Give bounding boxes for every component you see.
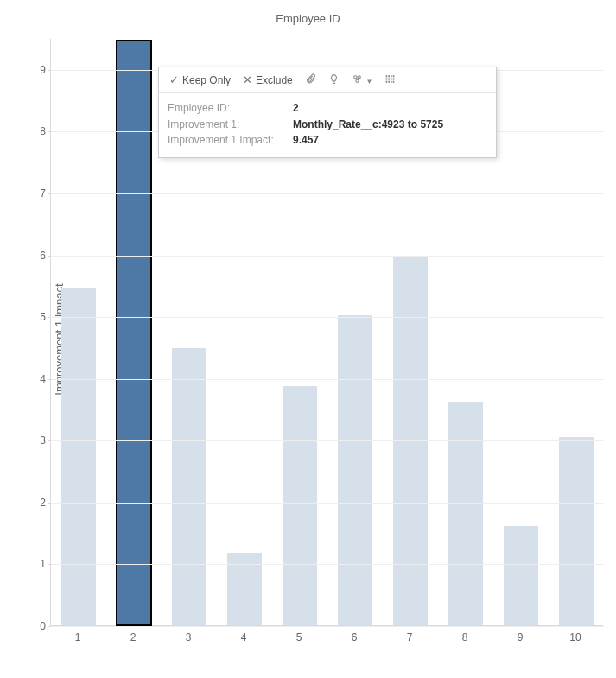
lightbulb-icon[interactable] (325, 73, 343, 86)
y-tick-label: 9 (30, 64, 46, 76)
x-tick-label: 10 (567, 631, 584, 643)
tooltip-row: Employee ID: 2 (168, 100, 487, 117)
y-tick-label: 1 (30, 558, 46, 570)
gridline (51, 503, 604, 504)
x-tick-label: 5 (290, 631, 308, 643)
y-tick-label: 3 (30, 434, 46, 447)
y-tick-label: 2 (30, 497, 46, 509)
close-icon: ✕ (243, 74, 252, 86)
exclude-button[interactable]: ✕ Exclude (239, 73, 296, 88)
svg-rect-3 (386, 75, 388, 77)
gridline (51, 440, 604, 441)
tooltip-row: Improvement 1 Impact: 9.457 (168, 132, 487, 149)
tooltip-body: Employee ID: 2 Improvement 1: Monthly_Ra… (159, 93, 496, 157)
svg-rect-14 (393, 81, 395, 83)
check-icon: ✓ (169, 74, 179, 86)
svg-rect-4 (389, 75, 391, 77)
y-tick (48, 564, 51, 565)
svg-rect-5 (391, 75, 392, 77)
gridline (51, 256, 604, 257)
svg-rect-7 (386, 78, 388, 79)
y-tick (48, 503, 51, 504)
exclude-label: Exclude (256, 74, 293, 86)
x-tick-label: 9 (511, 631, 529, 643)
tooltip-toolbar: ✓ Keep Only ✕ Exclude ▼ (159, 67, 496, 93)
y-tick (48, 317, 51, 318)
y-tick (48, 379, 51, 380)
y-tick (48, 193, 51, 194)
y-tick (48, 131, 51, 132)
y-tick-label: 4 (30, 373, 46, 385)
gridline (51, 564, 604, 565)
svg-rect-12 (389, 81, 391, 83)
gridline (51, 379, 604, 380)
x-tick-label: 4 (235, 631, 252, 643)
svg-rect-11 (386, 81, 388, 83)
tooltip-key: Employee ID: (168, 100, 293, 117)
y-tick-label: 7 (30, 187, 46, 200)
bar[interactable] (448, 402, 483, 625)
view-data-icon[interactable] (381, 73, 399, 86)
x-tick-label: 1 (69, 631, 86, 643)
tooltip-value: Monthly_Rate__c:4923 to 5725 (293, 117, 443, 133)
group-icon[interactable]: ▼ (348, 73, 377, 86)
chart-title: Employee ID (0, 12, 616, 25)
x-tick-label: 8 (456, 631, 473, 643)
tooltip: ✓ Keep Only ✕ Exclude ▼ Employ (158, 67, 497, 158)
x-tick-label: 7 (401, 631, 418, 643)
svg-rect-9 (391, 78, 392, 79)
y-tick (48, 256, 51, 257)
tooltip-value: 2 (293, 100, 299, 117)
tooltip-value: 9.457 (293, 132, 319, 149)
bar[interactable] (117, 41, 151, 625)
chart-container: Employee ID Improvement 1 Impact 0123456… (0, 0, 616, 678)
svg-rect-13 (391, 81, 392, 83)
svg-rect-10 (393, 78, 395, 79)
y-tick-label: 0 (30, 620, 46, 632)
tooltip-key: Improvement 1 Impact: (168, 132, 293, 149)
tooltip-row: Improvement 1: Monthly_Rate__c:4923 to 5… (168, 117, 487, 133)
tooltip-key: Improvement 1: (168, 117, 293, 133)
y-tick (48, 70, 51, 71)
x-tick-label: 3 (180, 631, 197, 643)
bar[interactable] (338, 315, 372, 625)
y-tick (48, 440, 51, 441)
x-axis: 12345678910 (50, 626, 603, 643)
gridline (51, 193, 604, 194)
bar[interactable] (61, 288, 96, 625)
keep-only-label: Keep Only (182, 74, 231, 86)
x-tick-label: 2 (124, 631, 142, 643)
svg-rect-6 (393, 75, 395, 77)
y-tick-label: 8 (30, 125, 46, 137)
bar[interactable] (504, 526, 538, 625)
keep-only-button[interactable]: ✓ Keep Only (166, 73, 234, 88)
gridline (51, 317, 604, 318)
attachment-icon[interactable] (302, 73, 320, 86)
x-tick-label: 6 (346, 631, 363, 643)
y-tick-label: 5 (30, 311, 46, 323)
bar[interactable] (559, 437, 594, 625)
bar[interactable] (172, 348, 206, 625)
svg-rect-8 (389, 78, 391, 79)
bar[interactable] (283, 386, 317, 625)
y-tick-label: 6 (30, 250, 46, 262)
